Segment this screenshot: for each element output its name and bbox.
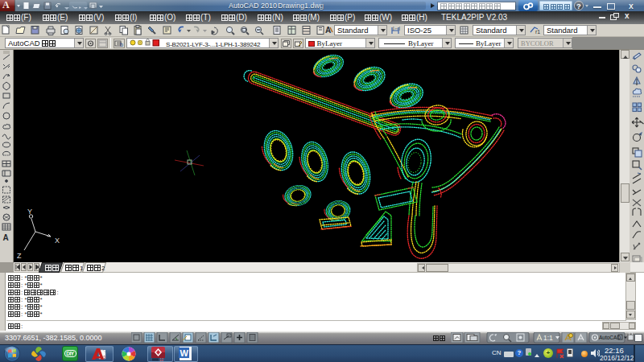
svg-text:W: W (180, 348, 189, 358)
svg-text:A: A (325, 26, 331, 35)
svg-text:10: 10 (159, 358, 164, 362)
svg-text:Z: Z (17, 252, 22, 260)
svg-text:A: A (3, 233, 9, 242)
svg-text:10: 10 (101, 355, 106, 360)
svg-text:b: b (120, 42, 123, 47)
svg-text:1:1: 1:1 (543, 334, 553, 342)
svg-text:X: X (55, 237, 60, 245)
svg-text:Y: Y (27, 208, 32, 216)
svg-text:r1: r1 (535, 29, 540, 35)
svg-text:|↔|: |↔| (393, 26, 401, 31)
svg-text:AutoCAD: AutoCAD (599, 335, 621, 340)
